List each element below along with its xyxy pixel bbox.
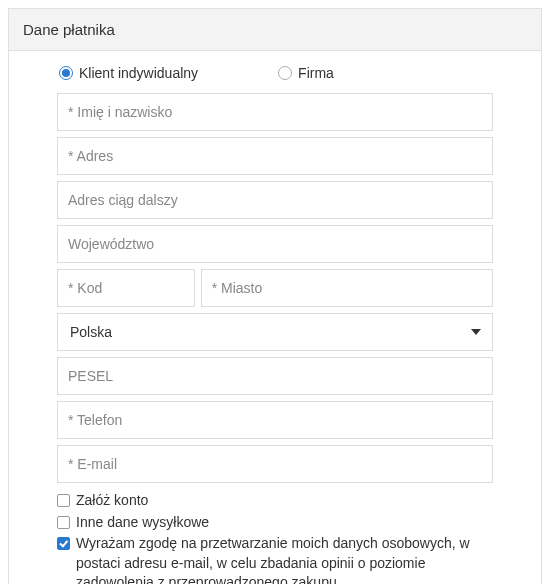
name-field[interactable]	[57, 93, 493, 131]
diff-shipping-row: Inne dane wysyłkowe	[57, 513, 493, 533]
panel-title: Dane płatnika	[9, 9, 541, 51]
zip-city-row	[57, 269, 493, 307]
diff-shipping-label: Inne dane wysyłkowe	[76, 513, 209, 533]
address2-field[interactable]	[57, 181, 493, 219]
customer-type-group: Klient indywidualny Firma	[57, 65, 493, 81]
zip-field[interactable]	[57, 269, 195, 307]
country-selected: Polska	[57, 313, 493, 351]
panel-body: Klient indywidualny Firma Polska Załóż k…	[9, 51, 541, 584]
city-field[interactable]	[201, 269, 493, 307]
marketing-consent-row: Wyrażam zgodę na przetwarzanie moich dan…	[57, 534, 493, 584]
phone-field[interactable]	[57, 401, 493, 439]
radio-icon	[278, 66, 292, 80]
create-account-label: Załóż konto	[76, 491, 148, 511]
marketing-consent-checkbox[interactable]	[57, 537, 70, 550]
radio-individual[interactable]: Klient indywidualny	[59, 65, 198, 81]
region-field[interactable]	[57, 225, 493, 263]
email-field[interactable]	[57, 445, 493, 483]
caret-down-icon	[471, 329, 481, 335]
marketing-consent-label: Wyrażam zgodę na przetwarzanie moich dan…	[76, 534, 493, 584]
pesel-field[interactable]	[57, 357, 493, 395]
payer-panel: Dane płatnika Klient indywidualny Firma …	[8, 8, 542, 584]
radio-company-label: Firma	[298, 65, 334, 81]
radio-company[interactable]: Firma	[278, 65, 334, 81]
create-account-checkbox[interactable]	[57, 494, 70, 507]
radio-icon	[59, 66, 73, 80]
address-field[interactable]	[57, 137, 493, 175]
country-select[interactable]: Polska	[57, 313, 493, 351]
radio-individual-label: Klient indywidualny	[79, 65, 198, 81]
diff-shipping-checkbox[interactable]	[57, 516, 70, 529]
create-account-row: Załóż konto	[57, 491, 493, 511]
